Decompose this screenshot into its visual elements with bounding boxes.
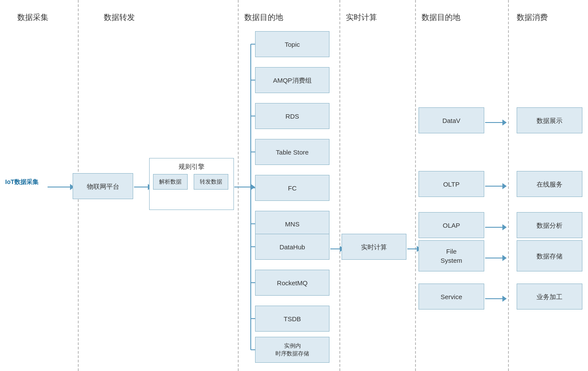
box-forward-data: 转发数据 [194,174,228,190]
divider-4 [415,0,416,371]
box-rocketmq: RocketMQ [255,270,329,296]
arrow-head [502,224,507,230]
box-realtime-storage: 实例内 时序数据存储 [255,337,329,363]
box-datav: DataV [419,107,484,133]
arrow-line [234,187,251,187]
box-filesystem: File System [419,240,484,271]
box-iot-platform: 物联网平台 [73,173,133,199]
box-service: Service [419,284,484,310]
box-tsdb: TSDB [255,306,329,332]
arrow-fs-storage [485,255,507,261]
arrow-line [485,227,502,228]
divider-5 [508,0,509,371]
arrow-line [407,248,417,249]
box-rds: RDS [255,103,329,129]
arrow-line [485,122,502,123]
box-data-display: 数据展示 [517,107,582,133]
iot-label: IoT数据采集 [5,178,38,186]
arrow-datav-display [485,119,507,126]
box-topic: Topic [255,31,329,57]
arrow-head [251,184,255,190]
arrow-head [502,183,507,189]
box-business: 业务加工 [517,284,582,310]
box-datahub: DataHub [255,234,329,260]
box-amqp: AMQP消费组 [255,67,329,93]
arrow-iot-platform [48,184,74,190]
header-col6: 数据消费 [517,12,548,23]
box-online-service: 在线服务 [517,171,582,197]
arrow-line [485,298,502,299]
header-col2: 数据转发 [104,12,135,23]
header-col5: 数据目的地 [422,12,460,23]
box-oltp: OLTP [419,171,484,197]
box-data-analysis: 数据分析 [517,212,582,238]
box-parse-data: 解析数据 [153,174,188,190]
diagram: 数据采集 数据转发 数据目的地 实时计算 数据目的地 数据消费 IoT数据采集 … [0,0,588,371]
divider-3 [339,0,340,371]
arrow-line [134,187,148,187]
box-realtime-compute: 实时计算 [342,234,406,260]
box-data-storage: 数据存储 [517,240,582,271]
box-rule-engine-outer: 规则引擎 解析数据 转发数据 [149,158,234,210]
header-col3: 数据目的地 [244,12,283,23]
box-mns: MNS [255,211,329,237]
header-col4: 实时计算 [346,12,377,23]
box-tablestore: Table Store [255,139,329,165]
arrow-line [330,248,340,249]
arrow-olap-analysis [485,224,507,230]
arrow-rule-dest [234,184,255,190]
arrow-line [485,258,502,258]
header-col1: 数据采集 [17,12,48,23]
arrow-line [485,186,502,187]
arrow-head [502,119,507,126]
box-fc: FC [255,175,329,201]
box-olap: OLAP [419,212,484,238]
arrow-service-business [485,296,507,302]
arrow-head [502,296,507,302]
arrow-head [502,255,507,261]
arrow-oltp-online [485,183,507,189]
arrow-line [48,187,70,187]
